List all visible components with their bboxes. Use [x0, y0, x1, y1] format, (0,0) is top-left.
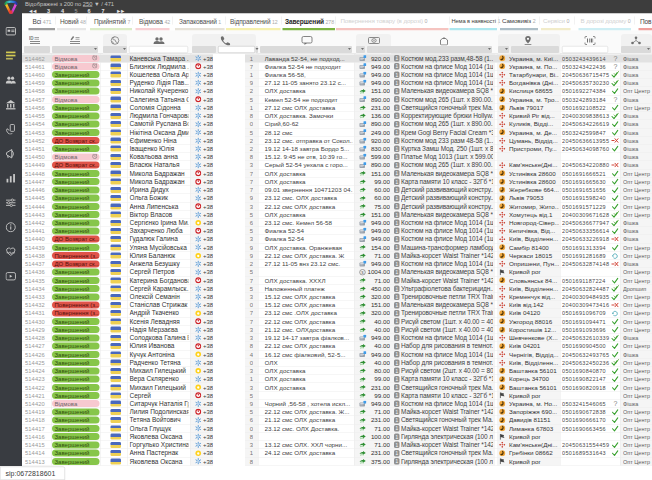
svg-text:ID: ID [29, 36, 34, 41]
